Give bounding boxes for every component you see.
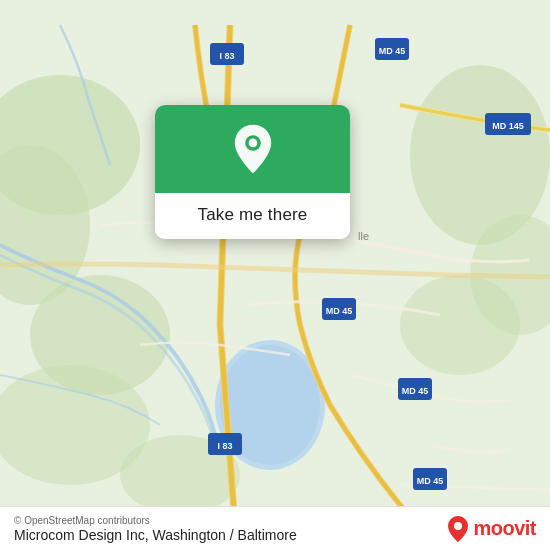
- svg-text:I 83: I 83: [217, 441, 232, 451]
- take-me-there-button[interactable]: Take me there: [198, 205, 308, 225]
- svg-point-30: [454, 522, 462, 530]
- svg-text:MD 45: MD 45: [379, 46, 406, 56]
- popup-pin-area: [155, 105, 350, 193]
- footer-title: Microcom Design Inc, Washington / Baltim…: [14, 527, 297, 543]
- popup-label-area: Take me there: [155, 193, 350, 239]
- popup-card: Take me there: [155, 105, 350, 239]
- location-pin-icon: [227, 123, 279, 175]
- moovit-logo[interactable]: moovit: [447, 515, 536, 543]
- footer-bar: © OpenStreetMap contributors Microcom De…: [0, 506, 550, 550]
- svg-text:lle: lle: [358, 230, 369, 242]
- svg-point-6: [400, 275, 520, 375]
- svg-point-29: [248, 139, 257, 148]
- map-container: I 83 MD 45 MD 145 I 83 MD 45 MD 45 MD 45…: [0, 0, 550, 550]
- svg-text:MD 145: MD 145: [492, 121, 524, 131]
- moovit-pin-icon: [447, 515, 469, 543]
- svg-text:MD 45: MD 45: [326, 306, 353, 316]
- svg-text:I 83: I 83: [219, 51, 234, 61]
- map-background: I 83 MD 45 MD 145 I 83 MD 45 MD 45 MD 45…: [0, 0, 550, 550]
- moovit-text-label: moovit: [473, 517, 536, 540]
- svg-text:MD 45: MD 45: [402, 386, 429, 396]
- footer-left: © OpenStreetMap contributors Microcom De…: [14, 515, 297, 543]
- svg-text:MD 45: MD 45: [417, 476, 444, 486]
- osm-credit: © OpenStreetMap contributors: [14, 515, 297, 526]
